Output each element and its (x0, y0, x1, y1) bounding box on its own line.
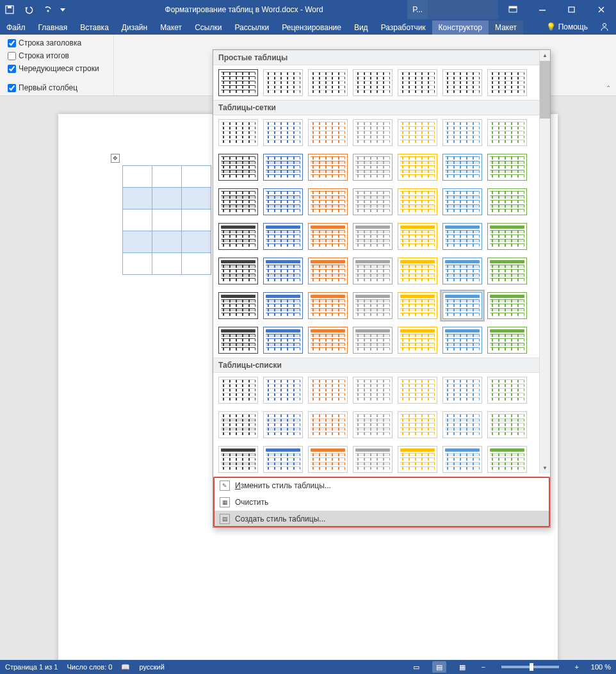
share-button[interactable] (593, 19, 616, 35)
language-status[interactable]: русский (139, 663, 164, 671)
close-button[interactable] (587, 0, 616, 19)
user-account-area[interactable] (428, 0, 498, 19)
table-style-thumb[interactable] (487, 446, 527, 473)
table-style-thumb[interactable] (353, 446, 393, 473)
table-style-thumb[interactable] (487, 411, 527, 438)
table-style-thumb[interactable] (442, 327, 482, 354)
tab-mailings[interactable]: Рассылки (228, 21, 275, 35)
table-style-thumb[interactable] (353, 377, 393, 404)
undo-button[interactable] (19, 0, 38, 19)
tab-file[interactable]: Файл (0, 21, 32, 35)
zoom-slider[interactable] (501, 666, 559, 668)
save-button[interactable] (0, 0, 19, 19)
ribbon-display-options-button[interactable] (498, 0, 528, 19)
gallery-scrollbar[interactable]: ▲ ▼ (539, 50, 550, 473)
table-style-thumb[interactable] (487, 258, 527, 284)
table-style-thumb[interactable] (398, 69, 437, 96)
banded-rows-checkbox[interactable]: Чередующиеся строки (8, 64, 106, 73)
word-count-status[interactable]: Число слов: 0 (67, 663, 112, 671)
table-style-thumb[interactable] (398, 292, 437, 319)
table-style-thumb[interactable] (442, 446, 482, 473)
table-style-thumb[interactable] (263, 258, 303, 284)
table-style-thumb[interactable] (353, 154, 393, 181)
table-style-thumb[interactable] (308, 119, 348, 146)
tab-view[interactable]: Вид (348, 21, 375, 35)
table-style-thumb[interactable] (218, 154, 258, 181)
tab-table-layout[interactable]: Макет (489, 21, 523, 35)
table-style-thumb[interactable] (263, 377, 303, 404)
web-layout-button[interactable]: ▦ (455, 661, 469, 673)
table-style-thumb[interactable] (442, 258, 482, 284)
first-column-checkbox[interactable]: Первый столбец (8, 83, 106, 92)
tab-table-design[interactable]: Конструктор (432, 21, 489, 35)
table-style-thumb[interactable] (487, 188, 527, 215)
table-style-thumb[interactable] (487, 327, 527, 354)
table-style-thumb[interactable] (353, 119, 393, 146)
tab-review[interactable]: Рецензирование (275, 21, 348, 35)
table-style-thumb[interactable] (218, 411, 258, 438)
table-style-thumb[interactable] (218, 223, 258, 250)
help-button[interactable]: 💡Помощь (541, 20, 593, 34)
inserted-table[interactable] (122, 165, 211, 275)
table-style-thumb[interactable] (442, 188, 482, 215)
table-style-thumb[interactable] (353, 69, 393, 96)
table-style-thumb[interactable] (398, 119, 437, 146)
table-style-thumb[interactable] (308, 292, 348, 319)
tab-developer[interactable]: Разработчик (375, 21, 432, 35)
table-style-thumb[interactable] (263, 154, 303, 181)
table-style-thumb[interactable] (263, 188, 303, 215)
scroll-down-button[interactable]: ▼ (540, 463, 550, 473)
table-style-thumb[interactable] (442, 119, 482, 146)
scroll-thumb[interactable] (540, 61, 550, 119)
table-style-thumb[interactable] (353, 327, 393, 354)
table-style-thumb[interactable] (442, 69, 482, 96)
table-style-thumb[interactable] (442, 292, 482, 319)
table-style-thumb[interactable] (487, 377, 527, 404)
new-table-style-item[interactable]: ▤ Создать стиль таблицы... (213, 511, 550, 527)
table-style-thumb[interactable] (263, 223, 303, 250)
table-style-thumb[interactable] (263, 327, 303, 354)
collapse-ribbon-button[interactable]: ⌃ (603, 83, 613, 93)
tab-insert[interactable]: Вставка (74, 21, 115, 35)
tab-design[interactable]: Дизайн (115, 21, 154, 35)
table-style-thumb[interactable] (308, 188, 348, 215)
minimize-button[interactable] (528, 0, 557, 19)
table-style-thumb[interactable] (398, 377, 437, 404)
table-style-thumb[interactable] (308, 223, 348, 250)
zoom-out-button[interactable]: − (478, 663, 489, 671)
maximize-button[interactable] (557, 0, 587, 19)
table-style-thumb[interactable] (487, 292, 527, 319)
scroll-up-button[interactable]: ▲ (540, 50, 550, 61)
table-style-thumb[interactable] (353, 292, 393, 319)
table-style-thumb[interactable] (263, 69, 303, 96)
table-style-thumb[interactable] (487, 119, 527, 146)
print-layout-button[interactable]: ▤ (432, 661, 446, 673)
table-style-thumb[interactable] (218, 446, 258, 473)
table-style-thumb[interactable] (353, 223, 393, 250)
tab-layout[interactable]: Макет (154, 21, 188, 35)
redo-button[interactable] (38, 0, 58, 19)
table-style-thumb[interactable] (308, 154, 348, 181)
table-style-thumb[interactable] (442, 154, 482, 181)
table-style-thumb[interactable] (218, 327, 258, 354)
header-row-checkbox[interactable]: Строка заголовка (8, 38, 106, 47)
table-style-thumb[interactable] (308, 411, 348, 438)
table-style-thumb[interactable] (398, 327, 437, 354)
table-style-thumb[interactable] (218, 119, 258, 146)
table-style-thumb[interactable] (398, 154, 437, 181)
table-style-thumb[interactable] (263, 292, 303, 319)
qat-customize-button[interactable] (58, 0, 68, 19)
zoom-level[interactable]: 100 % (591, 663, 611, 671)
table-style-thumb[interactable] (398, 188, 437, 215)
table-style-thumb[interactable] (442, 377, 482, 404)
table-style-thumb[interactable] (308, 258, 348, 284)
table-style-thumb[interactable] (487, 154, 527, 181)
read-mode-button[interactable]: ▭ (409, 661, 423, 673)
table-style-thumb[interactable] (442, 411, 482, 438)
table-style-thumb[interactable] (398, 446, 437, 473)
table-style-thumb[interactable] (353, 411, 393, 438)
clear-table-style-item[interactable]: ▦ Очистить (213, 494, 550, 511)
table-style-thumb[interactable] (263, 446, 303, 473)
table-style-thumb[interactable] (487, 223, 527, 250)
tab-home[interactable]: Главная (32, 21, 74, 35)
